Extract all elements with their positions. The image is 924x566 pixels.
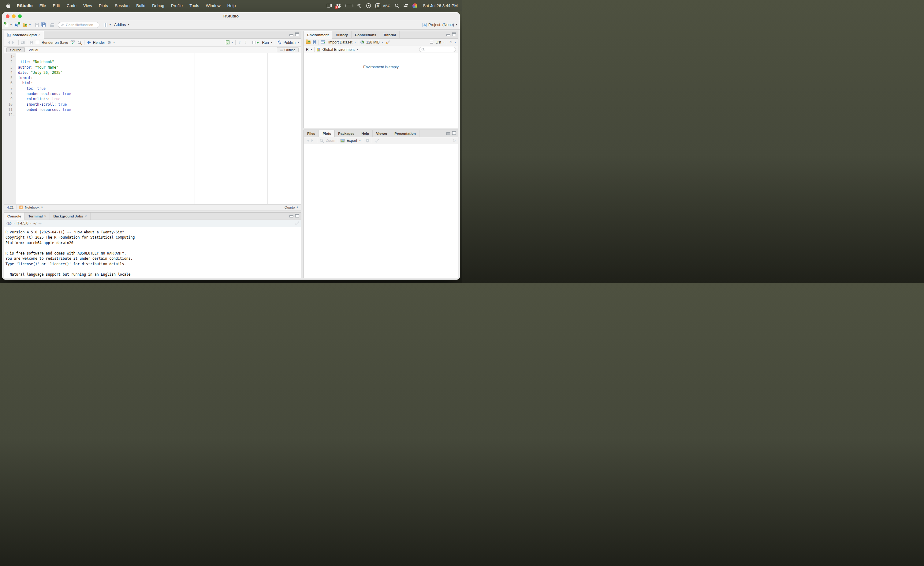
render-button[interactable]: Render [87,41,105,45]
save-document-button[interactable] [30,41,33,44]
environment-search[interactable] [419,47,456,52]
new-file-button[interactable]: + ▾ [5,23,12,27]
input-source-label[interactable]: ABC [383,4,390,8]
clear-workspace-icon[interactable] [385,40,390,44]
apple-menu[interactable] [4,3,14,8]
minimize-pane-icon[interactable] [446,132,450,135]
outline-button[interactable]: Outline [277,47,298,53]
format-selector[interactable]: Quarto ▲ ▼ [285,206,298,209]
run-previous-icon[interactable]: ⇧ [238,41,242,44]
control-center-icon[interactable] [404,4,408,8]
refresh-environment-button[interactable]: ↻ ▾ [449,40,456,44]
maximize-pane-icon[interactable] [295,32,299,36]
menu-file[interactable]: File [36,3,50,8]
print-button[interactable] [50,24,54,27]
sidecar-icon[interactable] [327,4,332,8]
forward-icon[interactable] [12,41,16,44]
menu-code[interactable]: Code [63,3,80,8]
back-icon[interactable] [6,41,10,44]
tab-environment[interactable]: Environment [304,31,332,39]
find-replace-icon[interactable] [77,41,82,45]
maximize-pane-icon[interactable] [295,214,299,217]
close-icon[interactable]: × [44,214,46,218]
close-icon[interactable]: × [38,33,40,37]
menu-view[interactable]: View [80,3,96,8]
tab-packages[interactable]: Packages [335,130,358,137]
maximize-pane-icon[interactable] [452,32,456,36]
tab-presentation[interactable]: Presentation [391,130,420,137]
goto-file-input[interactable] [66,23,97,27]
chevron-down-icon[interactable]: ▾ [14,222,15,224]
refresh-plots-icon[interactable]: ↻ [453,139,456,143]
memory-usage-button[interactable]: 128 MiB ▾ [360,40,383,44]
render-settings-button[interactable]: ⚙ ▾ [107,41,115,45]
insert-chunk-button[interactable]: C ▾ [226,41,233,44]
spotlight-icon[interactable] [395,3,399,8]
spellcheck-icon[interactable]: ABC ✓ [70,40,75,45]
user-app-icon[interactable] [412,3,417,8]
menu-edit[interactable]: Edit [50,3,63,8]
minimize-pane-icon[interactable] [290,34,293,36]
dropbox-icon[interactable]: 2 [336,4,341,8]
goto-file-search[interactable] [58,22,99,28]
addins-button[interactable]: Addins ▾ [114,23,129,27]
tab-notebook-qmd[interactable]: notebook.qmd × [4,31,44,39]
load-workspace-icon[interactable] [306,41,310,44]
tab-tutorial[interactable]: Tutorial [380,31,400,38]
language-selector[interactable]: R ▾ [306,47,312,52]
menu-session[interactable]: Session [111,3,133,8]
open-file-button[interactable]: ▾ [22,23,31,27]
environment-search-input[interactable] [426,48,454,51]
input-source-icon[interactable]: A [375,3,380,8]
tab-console[interactable]: Console [4,212,25,220]
menu-app-name[interactable]: RStudio [14,3,36,8]
tab-files[interactable]: Files [304,130,319,137]
run-next-icon[interactable]: ⇩ [244,41,247,44]
remove-plot-icon[interactable]: × [366,139,369,142]
save-workspace-icon[interactable] [313,41,316,44]
wifi-off-icon[interactable] [357,4,362,8]
goto-directory-icon[interactable]: ↪ [38,221,42,226]
maximize-pane-icon[interactable] [452,131,456,135]
minimize-pane-icon[interactable] [290,215,293,217]
tab-background-jobs[interactable]: Background Jobs × [50,212,90,220]
visual-mode-button[interactable]: Visual [28,48,38,52]
chunk-navigator[interactable]: # Notebook ▲ ▼ [19,206,43,209]
minimize-window-button[interactable] [12,14,16,18]
menu-debug[interactable]: Debug [149,3,168,8]
project-menu-button[interactable]: R Project: (None) ▾ [423,23,457,27]
tab-plots[interactable]: Plots [319,130,335,137]
source-mode-button[interactable]: Source [6,47,25,53]
tab-terminal[interactable]: Terminal × [25,212,50,220]
tab-history[interactable]: History [332,31,351,38]
render-on-save-checkbox[interactable] [36,41,39,44]
list-view-button[interactable]: List ▾ [430,40,444,44]
publish-button[interactable]: Publish ▾ [278,41,299,45]
minimize-pane-icon[interactable] [446,34,450,36]
zoom-window-button[interactable] [18,14,22,18]
menu-tools[interactable]: Tools [186,3,202,8]
export-plot-button[interactable]: Export ▾ [340,138,361,143]
run-button[interactable]: Run ▾ [252,41,272,45]
play-icon[interactable] [366,3,371,8]
console-output[interactable]: R version 4.5.0 (2025-04-11) -- "How Abo… [4,227,301,278]
close-icon[interactable]: × [85,214,87,218]
open-new-window-icon[interactable] [21,41,24,44]
code-editor[interactable]: 1▾23456789101112▴ ---title: "Notebook"au… [4,53,301,204]
battery-icon[interactable] [345,4,352,8]
menu-profile[interactable]: Profile [168,3,186,8]
menu-window[interactable]: Window [202,3,224,8]
scope-selector[interactable]: Global Environment ▾ [316,47,358,52]
zoom-plot-button[interactable]: Zoom [320,138,335,143]
menu-plots[interactable]: Plots [96,3,111,8]
save-all-button[interactable] [42,23,46,27]
save-button[interactable] [35,23,39,27]
next-plot-icon[interactable] [312,139,315,142]
menu-build[interactable]: Build [133,3,149,8]
clear-plots-icon[interactable] [375,138,379,143]
r-logo-icon[interactable]: R [6,221,12,226]
tab-help[interactable]: Help [358,130,373,137]
close-window-button[interactable] [6,14,9,18]
import-dataset-button[interactable]: Import Dataset ▾ [321,40,356,44]
tab-viewer[interactable]: Viewer [373,130,391,137]
